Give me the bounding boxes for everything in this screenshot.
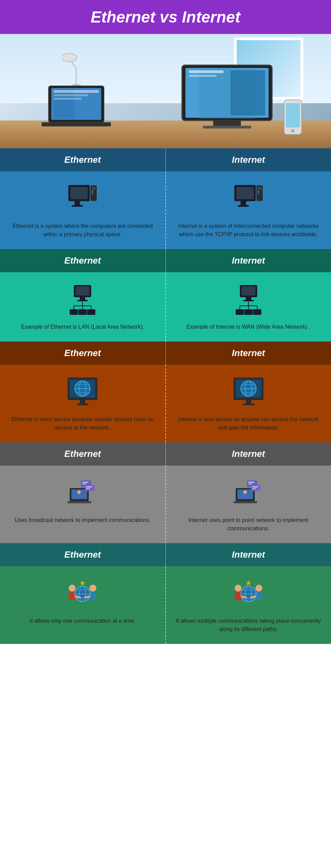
svg-point-29 <box>92 193 93 194</box>
svg-rect-98 <box>248 482 254 483</box>
section-3-content: Ethernet is more secure because outside … <box>0 365 331 442</box>
section-4-right-header: Internet <box>166 442 331 466</box>
section-5-left-header: Ethernet <box>0 543 165 566</box>
section-1-right-text: Internet is a system of interconnected c… <box>173 222 324 239</box>
svg-rect-16 <box>54 90 99 93</box>
section-3-left-header: Ethernet <box>0 342 165 365</box>
svg-point-91 <box>77 490 81 494</box>
broadcast-computer-icon <box>67 478 98 509</box>
section-5-header: Ethernet Internet <box>0 543 331 566</box>
network-tree-icon-2 <box>233 284 264 316</box>
section-5-right-text: It allows multiple communications taking… <box>173 617 324 634</box>
svg-rect-61 <box>253 309 261 315</box>
svg-rect-85 <box>82 482 88 483</box>
monitor-icon <box>178 62 276 138</box>
svg-point-28 <box>92 191 93 192</box>
svg-point-2 <box>62 53 77 62</box>
section-2-left-header: Ethernet <box>0 249 165 272</box>
desktop-icon-left <box>65 182 100 216</box>
svg-rect-103 <box>252 488 256 489</box>
svg-rect-47 <box>70 309 78 315</box>
section-3-left-text: Ethernet is more secure because outside … <box>7 415 158 432</box>
svg-point-21 <box>291 129 295 133</box>
section-5-left-content: It allows only one communication at a ti… <box>0 566 165 644</box>
section-2-right-text: Example of Internet is WAN (Wide Area Ne… <box>186 323 310 331</box>
svg-rect-18 <box>54 98 81 100</box>
svg-point-37 <box>258 193 259 194</box>
svg-rect-52 <box>246 297 251 300</box>
svg-rect-59 <box>236 309 244 315</box>
section-5-right-header: Internet <box>166 543 331 566</box>
svg-rect-102 <box>252 486 258 487</box>
section-2-left-text: Example of Ethernet is LAN (Local Area N… <box>21 323 144 331</box>
svg-rect-79 <box>243 404 254 405</box>
svg-rect-40 <box>80 297 85 300</box>
svg-rect-89 <box>86 486 92 487</box>
handshake-globe-icon-2 <box>233 578 264 610</box>
svg-point-118 <box>235 585 242 592</box>
section-1-right-label: Internet <box>169 154 328 165</box>
svg-rect-53 <box>243 300 254 301</box>
section-1-content: Ethernet is a system where the computers… <box>0 171 331 249</box>
svg-rect-35 <box>258 187 262 190</box>
section-2-right-content: Example of Internet is WAN (Wide Area Ne… <box>166 272 331 342</box>
section-1-left-content: Ethernet is a system where the computers… <box>0 171 165 249</box>
people-icon-left <box>65 577 100 611</box>
network-icon-right <box>231 283 266 317</box>
section-1-left-text: Ethernet is a system where the computers… <box>7 222 158 239</box>
svg-line-116 <box>85 596 89 597</box>
section-3-header: Ethernet Internet <box>0 342 331 365</box>
svg-rect-24 <box>75 201 80 205</box>
section-4-left-header: Ethernet <box>0 442 165 466</box>
svg-point-36 <box>258 191 259 192</box>
section-4-right-label: Internet <box>169 449 328 459</box>
svg-rect-87 <box>85 485 95 491</box>
svg-point-104 <box>243 490 247 494</box>
section-5-left-text: It allows only one communication at a ti… <box>30 617 136 625</box>
svg-rect-23 <box>70 187 88 199</box>
svg-point-120 <box>255 585 262 592</box>
page-title: Ethernet vs Internet <box>3 8 328 26</box>
people-icon-right <box>231 577 266 611</box>
svg-rect-78 <box>246 400 251 404</box>
svg-rect-20 <box>286 103 300 127</box>
svg-rect-10 <box>189 75 217 77</box>
section-3-left-content: Ethernet is more secure because outside … <box>0 365 165 442</box>
svg-rect-107 <box>69 592 76 600</box>
section-1-right-content: Internet is a system of interconnected c… <box>166 171 331 249</box>
svg-rect-11 <box>230 70 265 115</box>
svg-rect-99 <box>248 484 252 485</box>
computer-icon-2 <box>233 184 264 215</box>
svg-rect-33 <box>238 205 249 207</box>
section-1-right-header: Internet <box>166 148 331 171</box>
section-2-right-label: Internet <box>169 255 328 266</box>
laptop-icon <box>42 82 111 138</box>
svg-rect-51 <box>242 286 255 295</box>
svg-rect-105 <box>243 495 247 498</box>
section-2-left-content: Example of Ethernet is LAN (Local Area N… <box>0 272 165 342</box>
broadcast-computer-icon-2 <box>233 478 264 509</box>
svg-rect-119 <box>235 592 242 600</box>
section-3-left-label: Ethernet <box>3 348 162 358</box>
section-3-right-label: Internet <box>169 348 328 358</box>
svg-rect-60 <box>244 309 253 315</box>
section-4-header: Ethernet Internet <box>0 442 331 466</box>
svg-rect-9 <box>189 70 224 73</box>
svg-line-128 <box>251 596 255 597</box>
svg-point-108 <box>89 585 96 592</box>
broadcast-icon-right <box>231 476 266 511</box>
svg-rect-17 <box>54 94 88 96</box>
svg-rect-49 <box>87 309 95 315</box>
computer-icon <box>67 184 98 215</box>
section-5-left-label: Ethernet <box>3 549 162 560</box>
svg-rect-41 <box>77 300 88 301</box>
svg-rect-32 <box>241 201 246 205</box>
section-4-content: Uses broadcast network to implement comm… <box>0 466 331 543</box>
svg-rect-25 <box>72 205 83 207</box>
svg-rect-15 <box>42 122 111 126</box>
title-bar: Ethernet vs Internet <box>0 0 331 34</box>
section-4: Ethernet Internet <box>0 442 331 543</box>
svg-rect-39 <box>76 286 89 295</box>
section-5-right-label: Internet <box>169 549 328 560</box>
section-4-left-content: Uses broadcast network to implement comm… <box>0 466 165 543</box>
